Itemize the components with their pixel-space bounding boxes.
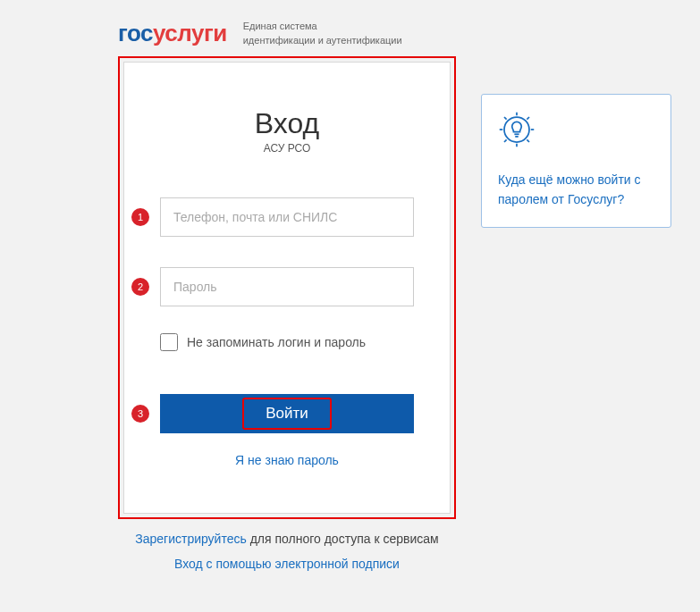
remember-row[interactable]: Не запоминать логин и пароль [160, 333, 414, 351]
login-card: Вход АСУ РСО 1 2 Не запоминать логин и п… [123, 62, 451, 514]
login-input[interactable] [160, 197, 414, 237]
remember-checkbox[interactable] [160, 333, 178, 351]
header: госуслуги Единая система идентификации и… [118, 20, 456, 47]
annotation-marker-1: 1 [131, 208, 149, 226]
svg-line-8 [527, 117, 529, 120]
password-input[interactable] [160, 267, 414, 306]
logo-part2: услуги [153, 20, 227, 46]
svg-line-5 [504, 117, 507, 120]
forgot-row: Я не знаю пароль [160, 453, 414, 467]
lightbulb-icon [498, 111, 654, 170]
forgot-link[interactable]: Я не знаю пароль [235, 453, 339, 467]
logo: госуслуги [118, 20, 227, 47]
register-row: Зарегистрируйтесь для полного доступа к … [118, 532, 456, 546]
remember-label: Не запоминать логин и пароль [187, 335, 366, 349]
tagline-line2: идентификации и аутентификации [243, 34, 402, 47]
annotation-marker-3: 3 [131, 405, 149, 423]
svg-line-6 [527, 139, 529, 142]
tagline-line1: Единая система [243, 20, 402, 33]
login-field-row: 1 [160, 197, 414, 237]
annotation-marker-2: 2 [131, 278, 149, 296]
login-button-label: Войти [266, 405, 308, 422]
svg-line-7 [504, 139, 507, 142]
esign-link[interactable]: Вход с помощью электронной подписи [174, 557, 400, 571]
login-button-row: 3 Войти [160, 394, 414, 433]
side-card: Куда ещё можно войти с паролем от Госусл… [481, 94, 671, 228]
password-field-row: 2 [160, 267, 414, 306]
side-link[interactable]: Куда ещё можно войти с паролем от Госусл… [498, 172, 641, 206]
tagline: Единая система идентификации и аутентифи… [243, 20, 402, 47]
login-button[interactable]: Войти [160, 394, 414, 433]
logo-part1: гос [118, 20, 153, 46]
esign-row: Вход с помощью электронной подписи [118, 557, 456, 571]
register-link[interactable]: Зарегистрируйтесь [135, 532, 247, 546]
annotation-frame: Вход АСУ РСО 1 2 Не запоминать логин и п… [118, 56, 456, 519]
login-title: Вход [160, 107, 414, 140]
svg-point-0 [504, 117, 529, 142]
login-subtitle: АСУ РСО [160, 142, 414, 155]
register-rest: для полного доступа к сервисам [247, 532, 439, 546]
